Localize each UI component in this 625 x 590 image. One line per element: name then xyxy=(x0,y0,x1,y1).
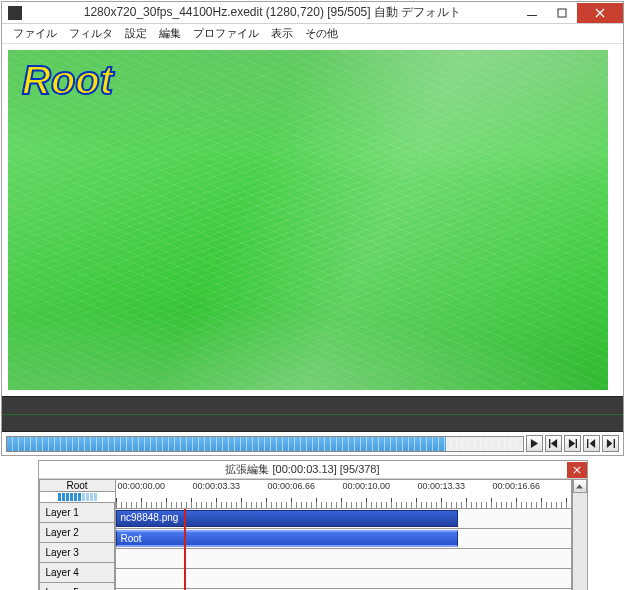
svg-marker-4 xyxy=(531,439,538,448)
svg-rect-12 xyxy=(614,439,615,448)
app-icon xyxy=(8,6,22,20)
timeline-window: 拡張編集 [00:00:03.13] [95/378] Root Layer 1… xyxy=(38,460,588,590)
zoom-scale-icon xyxy=(58,493,97,501)
titlebar[interactable]: 1280x720_30fps_44100Hz.exedit (1280,720)… xyxy=(2,2,623,24)
timeline-labels-column: Root Layer 1 Layer 2 Layer 3 Layer 4 Lay… xyxy=(39,479,116,590)
seekbar[interactable] xyxy=(6,436,524,452)
playhead[interactable] xyxy=(184,509,186,590)
menu-filter[interactable]: フィルタ xyxy=(64,26,118,41)
scroll-v-track[interactable] xyxy=(573,493,587,590)
preview-area: Root xyxy=(2,44,623,396)
ruler-timecode: 00:00:03.33 xyxy=(193,481,241,491)
svg-marker-6 xyxy=(551,439,557,448)
ruler-timecode: 00:00:13.33 xyxy=(418,481,466,491)
menubar: ファイル フィルタ 設定 編集 プロファイル 表示 その他 xyxy=(2,24,623,44)
maximize-button[interactable] xyxy=(547,3,577,23)
last-frame-button[interactable] xyxy=(564,435,581,452)
menu-edit[interactable]: 編集 xyxy=(154,26,186,41)
ruler-timecode: 00:00:10.00 xyxy=(343,481,391,491)
timeline-vertical-scrollbar[interactable] xyxy=(572,479,587,590)
svg-marker-10 xyxy=(590,439,595,448)
timeline-zoom-scale[interactable] xyxy=(39,491,116,503)
preview-overlay-text: Root xyxy=(22,58,113,103)
timeline-titlebar[interactable]: 拡張編集 [00:00:03.13] [95/378] xyxy=(39,461,587,479)
play-button[interactable] xyxy=(526,435,543,452)
layer-label-1[interactable]: Layer 1 xyxy=(39,503,115,523)
timeline-ruler[interactable]: 00:00:00.00 00:00:03.33 00:00:06.66 00:0… xyxy=(116,479,572,509)
next-frame-button[interactable] xyxy=(602,435,619,452)
ruler-timecode: 00:00:16.66 xyxy=(493,481,541,491)
menu-settings[interactable]: 設定 xyxy=(120,26,152,41)
main-window: 1280x720_30fps_44100Hz.exedit (1280,720)… xyxy=(1,1,624,456)
window-controls xyxy=(517,3,623,23)
menu-view[interactable]: 表示 xyxy=(266,26,298,41)
svg-rect-1 xyxy=(558,9,566,17)
transport-controls xyxy=(2,432,623,455)
ruler-timecode: 00:00:00.00 xyxy=(118,481,166,491)
minimize-button[interactable] xyxy=(517,3,547,23)
ruler-minor-ticks xyxy=(116,502,571,508)
timeline-close-button[interactable] xyxy=(567,462,587,478)
audio-strip xyxy=(2,396,623,432)
ruler-timecode: 00:00:06.66 xyxy=(268,481,316,491)
svg-rect-8 xyxy=(576,439,577,448)
preview-canvas[interactable]: Root xyxy=(8,50,608,390)
window-title: 1280x720_30fps_44100Hz.exedit (1280,720)… xyxy=(28,4,517,21)
timeline-tracks: 00:00:00.00 00:00:03.33 00:00:06.66 00:0… xyxy=(116,479,572,590)
menu-other[interactable]: その他 xyxy=(300,26,343,41)
timeline-body: Root Layer 1 Layer 2 Layer 3 Layer 4 Lay… xyxy=(39,479,587,590)
svg-marker-15 xyxy=(576,484,583,488)
svg-rect-5 xyxy=(549,439,550,448)
layer-label-5[interactable]: Layer 5 xyxy=(39,583,115,590)
svg-rect-0 xyxy=(527,15,537,16)
prev-frame-button[interactable] xyxy=(583,435,600,452)
menu-file[interactable]: ファイル xyxy=(8,26,62,41)
clip-root[interactable]: Root xyxy=(116,530,458,547)
menu-profile[interactable]: プロファイル xyxy=(188,26,264,41)
timeline-root-label[interactable]: Root xyxy=(39,479,116,491)
timeline-track-area[interactable]: nc98848.png Root xyxy=(116,509,572,590)
scroll-up-button[interactable] xyxy=(573,479,587,493)
clip-nc98848[interactable]: nc98848.png xyxy=(116,510,458,527)
layer-label-3[interactable]: Layer 3 xyxy=(39,543,115,563)
timeline-title: 拡張編集 [00:00:03.13] [95/378] xyxy=(39,462,567,477)
seekbar-ticks xyxy=(7,437,523,451)
svg-rect-9 xyxy=(587,439,588,448)
close-button[interactable] xyxy=(577,3,623,23)
svg-marker-7 xyxy=(569,439,575,448)
layer-label-4[interactable]: Layer 4 xyxy=(39,563,115,583)
first-frame-button[interactable] xyxy=(545,435,562,452)
svg-marker-11 xyxy=(607,439,612,448)
layer-label-2[interactable]: Layer 2 xyxy=(39,523,115,543)
